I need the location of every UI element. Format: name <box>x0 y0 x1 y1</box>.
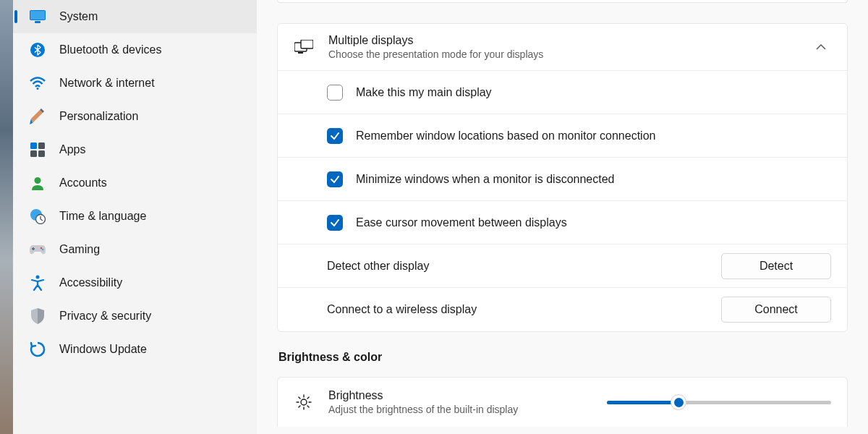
brightness-description: Adjust the brightness of the built-in di… <box>328 404 592 415</box>
previous-card-edge <box>277 0 848 3</box>
option-label: Minimize windows when a monitor is disco… <box>356 173 831 186</box>
sidebar-item-privacy[interactable]: Privacy & security <box>13 299 257 333</box>
sidebar-item-label: Apps <box>59 143 85 156</box>
sidebar-item-label: Network & internet <box>59 77 155 90</box>
sidebar-item-label: Windows Update <box>59 343 147 356</box>
wireless-label: Connect to a wireless display <box>294 303 708 316</box>
svg-point-9 <box>35 177 41 184</box>
svg-rect-8 <box>38 150 45 157</box>
make-main-display-row: Make this my main display <box>278 71 847 114</box>
sidebar-item-label: Gaming <box>59 243 100 256</box>
sidebar-item-personalization[interactable]: Personalization <box>13 100 257 133</box>
svg-point-13 <box>42 249 44 251</box>
svg-line-26 <box>307 397 309 399</box>
svg-rect-7 <box>30 150 37 157</box>
brightness-panel: Brightness Adjust the brightness of the … <box>277 377 848 427</box>
detect-label: Detect other display <box>294 260 708 273</box>
option-label: Ease cursor movement between displays <box>356 216 831 229</box>
option-label: Make this my main display <box>356 86 831 99</box>
apps-icon <box>29 141 46 158</box>
sidebar-item-apps[interactable]: Apps <box>13 133 257 166</box>
update-icon <box>29 341 46 358</box>
ease-cursor-row: Ease cursor movement between displays <box>278 201 847 244</box>
sidebar-item-label: Privacy & security <box>59 310 151 323</box>
desktop-wallpaper-strip <box>0 0 13 434</box>
multiple-displays-panel: Multiple displays Choose the presentatio… <box>277 23 848 332</box>
sidebar-item-label: Bluetooth & devices <box>59 43 161 56</box>
settings-content: Multiple displays Choose the presentatio… <box>257 0 868 434</box>
sidebar-item-label: Accounts <box>59 176 107 190</box>
multiple-displays-header[interactable]: Multiple displays Choose the presentatio… <box>278 24 847 70</box>
sun-icon <box>294 392 314 412</box>
connect-button[interactable]: Connect <box>721 297 831 323</box>
svg-line-25 <box>299 406 300 407</box>
make-main-display-checkbox[interactable] <box>327 85 343 101</box>
sidebar-item-bluetooth[interactable]: Bluetooth & devices <box>13 33 257 67</box>
clock-globe-icon <box>29 208 46 225</box>
settings-sidebar: System Bluetooth & devices Network & int… <box>13 0 257 434</box>
sidebar-item-accessibility[interactable]: Accessibility <box>13 266 257 299</box>
wifi-icon <box>29 75 46 92</box>
brightness-title: Brightness <box>328 389 592 402</box>
svg-line-24 <box>307 406 309 407</box>
sidebar-item-update[interactable]: Windows Update <box>13 333 257 366</box>
sidebar-item-system[interactable]: System <box>13 0 257 33</box>
slider-thumb[interactable] <box>671 394 686 410</box>
sidebar-item-label: Personalization <box>59 110 138 123</box>
minimize-on-disconnect-row: Minimize windows when a monitor is disco… <box>278 158 847 201</box>
svg-rect-6 <box>38 142 45 149</box>
svg-point-4 <box>37 88 39 90</box>
ease-cursor-checkbox[interactable] <box>327 215 343 231</box>
sidebar-item-time[interactable]: Time & language <box>13 200 257 233</box>
sidebar-item-gaming[interactable]: Gaming <box>13 233 257 266</box>
detect-button[interactable]: Detect <box>721 253 831 279</box>
wireless-display-row: Connect to a wireless display Connect <box>278 288 847 331</box>
brightness-color-heading: Brightness & color <box>278 351 848 364</box>
remember-window-locations-checkbox[interactable] <box>327 128 343 144</box>
person-icon <box>29 174 46 192</box>
system-icon <box>29 8 46 25</box>
remember-window-locations-row: Remember window locations based on monit… <box>278 114 847 158</box>
svg-rect-2 <box>35 21 41 23</box>
panel-description: Choose the presentation mode for your di… <box>328 48 796 60</box>
sidebar-item-label: Time & language <box>59 210 146 223</box>
svg-rect-17 <box>298 52 303 54</box>
paintbrush-icon <box>29 108 46 125</box>
bluetooth-icon <box>29 41 46 59</box>
shield-icon <box>29 307 46 325</box>
monitors-icon <box>294 37 314 57</box>
option-label: Remember window locations based on monit… <box>356 129 831 142</box>
slider-fill <box>607 401 678 404</box>
svg-line-23 <box>299 397 300 399</box>
sidebar-item-label: System <box>59 10 98 23</box>
minimize-on-disconnect-checkbox[interactable] <box>327 171 343 187</box>
svg-rect-16 <box>301 40 313 48</box>
svg-rect-1 <box>30 11 45 20</box>
svg-point-14 <box>36 276 40 279</box>
brightness-slider[interactable] <box>607 401 831 404</box>
sidebar-item-label: Accessibility <box>59 276 122 289</box>
svg-point-12 <box>41 247 43 250</box>
gamepad-icon <box>29 241 46 258</box>
sidebar-item-accounts[interactable]: Accounts <box>13 166 257 200</box>
svg-rect-5 <box>30 142 37 149</box>
panel-title: Multiple displays <box>328 34 796 47</box>
sidebar-item-network[interactable]: Network & internet <box>13 67 257 100</box>
chevron-up-icon <box>811 37 831 57</box>
detect-display-row: Detect other display Detect <box>278 244 847 288</box>
svg-point-18 <box>301 399 307 405</box>
accessibility-icon <box>29 274 46 292</box>
